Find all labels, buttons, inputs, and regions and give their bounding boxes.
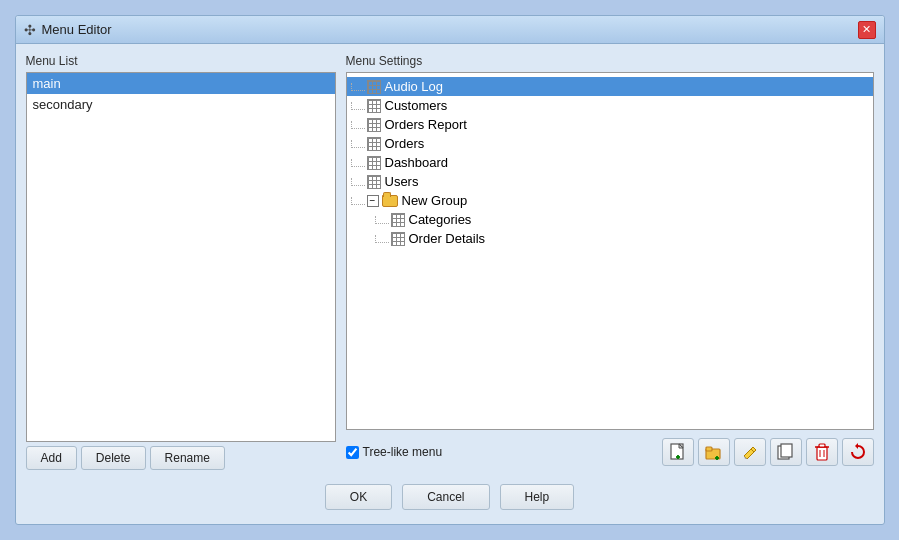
window-icon: ✣ [24, 22, 36, 38]
tree-label-customers: Customers [385, 98, 448, 113]
menu-tree-box: Audio Log Customers [346, 72, 874, 430]
svg-rect-12 [817, 447, 827, 460]
copy-button[interactable] [770, 438, 802, 466]
new-group-icon [704, 442, 724, 462]
edit-button[interactable] [734, 438, 766, 466]
svg-marker-17 [855, 443, 858, 449]
tree-like-menu-checkbox-label[interactable]: Tree-like menu [346, 445, 443, 459]
tree-item-order-details[interactable]: Order Details [347, 229, 873, 248]
copy-icon [776, 442, 796, 462]
window-body: Menu List main secondary Add Delete Rena… [16, 44, 884, 524]
help-button[interactable]: Help [500, 484, 575, 510]
tree-label-orders: Orders [385, 136, 425, 151]
left-bottom-buttons: Add Delete Rename [26, 446, 336, 470]
svg-rect-11 [781, 444, 792, 457]
grid-icon-orders [367, 137, 381, 151]
grid-icon-customers [367, 99, 381, 113]
grid-icon-categories [391, 213, 405, 227]
new-group-button[interactable] [698, 438, 730, 466]
tree-like-menu-checkbox[interactable] [346, 446, 359, 459]
edit-icon [740, 442, 760, 462]
grid-icon-orders-report [367, 118, 381, 132]
grid-icon-dashboard [367, 156, 381, 170]
menu-list-box: main secondary [26, 72, 336, 442]
tree-like-menu-label: Tree-like menu [363, 445, 443, 459]
delete-button[interactable]: Delete [81, 446, 146, 470]
cancel-button[interactable]: Cancel [402, 484, 489, 510]
title-bar: ✣ Menu Editor ✕ [16, 16, 884, 44]
tree-label-audio-log: Audio Log [385, 79, 444, 94]
new-item-button[interactable] [662, 438, 694, 466]
menu-settings-label: Menu Settings [346, 54, 874, 68]
tree-item-orders[interactable]: Orders [347, 134, 873, 153]
close-button[interactable]: ✕ [858, 21, 876, 39]
menu-list-label: Menu List [26, 54, 336, 68]
rename-button[interactable]: Rename [150, 446, 225, 470]
footer: OK Cancel Help [26, 478, 874, 514]
tree-item-audio-log[interactable]: Audio Log [347, 77, 873, 96]
list-item-main[interactable]: main [27, 73, 335, 94]
right-settings-bottom: Tree-like menu [346, 434, 874, 470]
tree-item-dashboard[interactable]: Dashboard [347, 153, 873, 172]
delete-icon [812, 442, 832, 462]
tree-label-order-details: Order Details [409, 231, 486, 246]
svg-rect-14 [819, 444, 825, 447]
grid-icon-users [367, 175, 381, 189]
grid-icon-audio-log [367, 80, 381, 94]
list-item-secondary[interactable]: secondary [27, 94, 335, 115]
menu-editor-window: ✣ Menu Editor ✕ Menu List main secondary… [15, 15, 885, 525]
tree-item-orders-report[interactable]: Orders Report [347, 115, 873, 134]
toolbar-icons [662, 438, 874, 466]
svg-rect-6 [706, 447, 712, 451]
tree-label-dashboard: Dashboard [385, 155, 449, 170]
add-button[interactable]: Add [26, 446, 77, 470]
grid-icon-order-details [391, 232, 405, 246]
tree-label-users: Users [385, 174, 419, 189]
refresh-button[interactable] [842, 438, 874, 466]
ok-button[interactable]: OK [325, 484, 392, 510]
delete-toolbar-button[interactable] [806, 438, 838, 466]
title-bar-left: ✣ Menu Editor [24, 22, 112, 38]
right-panel: Menu Settings Audio Log [346, 54, 874, 470]
tree-item-customers[interactable]: Customers [347, 96, 873, 115]
left-panel: Menu List main secondary Add Delete Rena… [26, 54, 336, 470]
tree-item-users[interactable]: Users [347, 172, 873, 191]
tree-item-categories[interactable]: Categories [347, 210, 873, 229]
folder-icon-new-group [382, 195, 398, 207]
tree-label-categories: Categories [409, 212, 472, 227]
panels: Menu List main secondary Add Delete Rena… [26, 54, 874, 470]
refresh-icon [848, 442, 868, 462]
tree-label-orders-report: Orders Report [385, 117, 467, 132]
tree-item-new-group[interactable]: − New Group [347, 191, 873, 210]
new-item-icon [668, 442, 688, 462]
expand-icon-new-group[interactable]: − [367, 195, 379, 207]
tree-label-new-group: New Group [402, 193, 468, 208]
window-title: Menu Editor [42, 22, 112, 37]
